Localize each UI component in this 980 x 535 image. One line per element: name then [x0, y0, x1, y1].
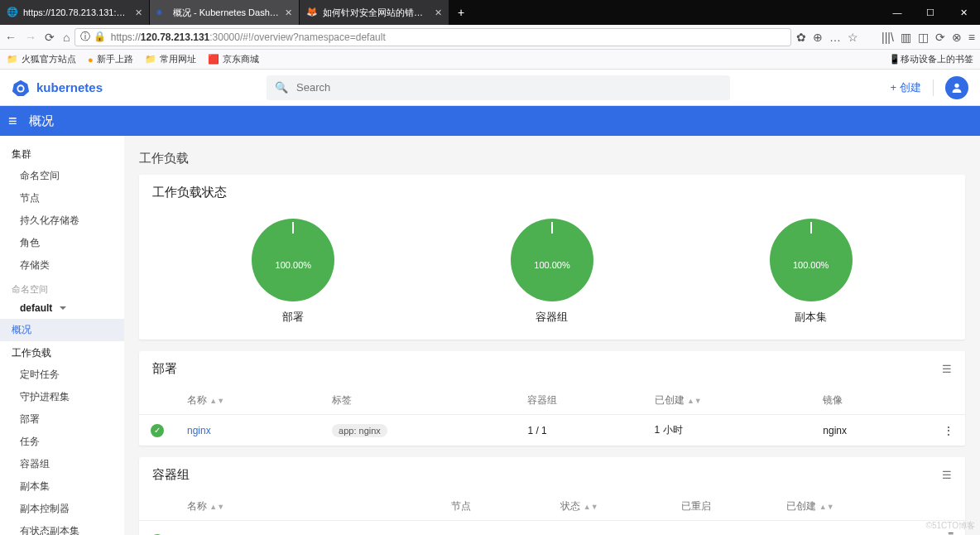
filter-icon[interactable]: ☰ — [942, 469, 952, 481]
extension-icon[interactable]: ⊗ — [952, 31, 962, 44]
window-maximize[interactable]: ☐ — [914, 0, 947, 25]
nav-reload[interactable]: ⟳ — [45, 31, 55, 44]
nav-home[interactable]: ⌂ — [63, 31, 70, 44]
table-row[interactable]: nginx-554b9c67f9-pkmrs k8s002 Running 0 … — [139, 521, 965, 536]
bookmark-star-icon[interactable]: … — [829, 31, 841, 44]
page-titlebar: ≡ 概况 — [0, 106, 980, 136]
sidebar-head-workloads[interactable]: 工作负载 — [0, 341, 124, 364]
col-name[interactable]: 名称 ▲▼ — [175, 493, 440, 521]
donut-pods: 100.00% 容器组 — [511, 219, 593, 325]
col-images[interactable]: 镜像 — [811, 387, 924, 415]
divider — [933, 80, 934, 96]
sidebar-icon[interactable]: |||\ — [882, 31, 894, 44]
browser-chrome: 🌐 https://120.78.213.131:3000 ✕ ⎈ 概况 - K… — [0, 0, 980, 70]
main-content: 工作负载 工作负载状态 100.00% 部署 100.00% 容器组 100.0… — [124, 136, 980, 535]
user-avatar[interactable] — [945, 76, 968, 99]
new-tab-button[interactable]: + — [449, 0, 473, 25]
donut-caption: 副本集 — [795, 310, 827, 325]
window-close[interactable]: ✕ — [947, 0, 980, 25]
sidebar-item-deployments[interactable]: 部署 — [0, 408, 124, 431]
images-value: nginx — [811, 415, 924, 446]
site-icon: 🟥 — [208, 54, 219, 65]
nav-forward[interactable]: → — [25, 31, 36, 44]
app-menu-icon[interactable]: ≡ — [968, 31, 975, 44]
address-bar: ← → ⟳ ⌂ ⓘ 🔒 https://120.78.213.131:30000… — [0, 25, 980, 50]
sidebar-item-pods[interactable]: 容器组 — [0, 453, 124, 475]
sidebar-item-nodes[interactable]: 节点 — [0, 187, 124, 210]
sidebar-item-namespaces[interactable]: 命名空间 — [0, 165, 124, 187]
filter-icon[interactable]: ☰ — [942, 363, 952, 375]
screenshot-icon[interactable]: ◫ — [918, 31, 929, 44]
sidebar-item-statefulsets[interactable]: 有状态副本集 — [0, 520, 124, 535]
mobile-bookmarks[interactable]: 📱移动设备上的书签 — [889, 53, 973, 65]
col-name[interactable]: 名称 ▲▼ — [175, 387, 320, 415]
search-box[interactable]: 🔍 — [267, 75, 730, 100]
security-indicator[interactable]: ⓘ 🔒 — [80, 30, 105, 44]
table-row[interactable]: nginx app: nginx 1 / 1 1 小时 nginx ⋮ — [139, 415, 965, 446]
window-minimize[interactable]: — — [881, 0, 914, 25]
bookmark-item[interactable]: 📁火狐官方站点 — [7, 53, 76, 65]
col-labels[interactable]: 标签 — [320, 387, 516, 415]
sidebar-item-cronjobs[interactable]: 定时任务 — [0, 364, 124, 386]
bookmark-label: 新手上路 — [97, 53, 133, 65]
folder-icon: 📁 — [145, 54, 156, 65]
bookmark-star-icon[interactable]: ☆ — [848, 31, 858, 44]
sidebar-sub-namespace: 命名空间 — [0, 277, 124, 297]
nav-back[interactable]: ← — [5, 31, 17, 44]
url-field[interactable]: ⓘ 🔒 https://120.78.213.131:30000/#!/over… — [74, 28, 791, 46]
bookmark-label: 京东商城 — [223, 53, 259, 65]
donut-chart: 100.00% — [252, 219, 334, 301]
col-status[interactable]: 状态 ▲▼ — [549, 493, 670, 521]
search-input[interactable] — [296, 81, 722, 94]
sidebar-item-pv[interactable]: 持久化存储卷 — [0, 210, 124, 232]
sync-icon[interactable]: ⟳ — [935, 31, 945, 44]
favicon-generic: 🌐 — [7, 7, 18, 18]
create-button[interactable]: + 创建 — [890, 80, 921, 95]
bookmark-item[interactable]: 📁常用网址 — [145, 53, 196, 65]
browser-tab-2[interactable]: 🦊 如何针对安全网站的错误码"SEC_E ✕ — [300, 0, 449, 25]
namespace-selector[interactable]: default — [0, 297, 124, 319]
col-restarts[interactable]: 已重启 — [670, 493, 775, 521]
tab-title: 如何针对安全网站的错误码"SEC_E — [323, 7, 430, 19]
donut-chart: 100.00% — [511, 219, 593, 301]
donut-caption: 容器组 — [536, 310, 568, 325]
col-created[interactable]: 已创建 ▲▼ — [643, 387, 812, 415]
library-icon[interactable]: ▥ — [901, 31, 911, 44]
resource-link[interactable]: nginx — [187, 425, 211, 436]
browser-tab-1[interactable]: ⎈ 概况 - Kubernetes Dashboar ✕ — [150, 0, 299, 25]
sidebar-item-roles[interactable]: 角色 — [0, 232, 124, 254]
card-title: 容器组 — [152, 467, 190, 483]
card-pods: 容器组 ☰ 名称 ▲▼ 节点 状态 ▲▼ 已重启 已创建 ▲▼ nginx-55… — [139, 457, 965, 535]
kubernetes-logo-icon — [12, 79, 30, 97]
sidebar-item-replicationcontrollers[interactable]: 副本控制器 — [0, 498, 124, 520]
person-icon — [950, 81, 963, 94]
donut-deployments: 100.00% 部署 — [252, 219, 334, 325]
brand[interactable]: kubernetes — [12, 79, 103, 97]
kebab-icon[interactable]: ⋮ — [944, 425, 954, 436]
hamburger-icon[interactable]: ≡ — [8, 113, 17, 130]
sidebar-item-jobs[interactable]: 任务 — [0, 431, 124, 453]
page-title: 概况 — [29, 113, 54, 129]
sidebar-item-daemonsets[interactable]: 守护进程集 — [0, 386, 124, 408]
sort-icon: ▲▼ — [209, 503, 224, 511]
col-pods[interactable]: 容器组 — [516, 387, 642, 415]
bookmark-item[interactable]: ●新手上路 — [88, 53, 133, 65]
sidebar-item-storageclass[interactable]: 存储类 — [0, 254, 124, 277]
col-node[interactable]: 节点 — [440, 493, 550, 521]
bookmarks-bar: 📁火狐官方站点 ●新手上路 📁常用网址 🟥京东商城 📱移动设备上的书签 — [0, 50, 980, 70]
sidebar-item-overview[interactable]: 概况 — [0, 319, 124, 341]
bookmark-item[interactable]: 🟥京东商城 — [208, 53, 259, 65]
pods-table: 名称 ▲▼ 节点 状态 ▲▼ 已重启 已创建 ▲▼ nginx-554b9c67… — [139, 493, 965, 535]
reader-icon[interactable]: ⊕ — [813, 31, 823, 44]
tab-close-icon[interactable]: ✕ — [435, 7, 442, 18]
favicon-k8s: ⎈ — [156, 7, 168, 18]
tab-close-icon[interactable]: ✕ — [135, 7, 142, 18]
col-created[interactable]: 已创建 ▲▼ — [775, 493, 915, 521]
addon-icon[interactable]: ✿ — [796, 31, 806, 44]
tab-close-icon[interactable]: ✕ — [285, 7, 292, 18]
browser-tab-0[interactable]: 🌐 https://120.78.213.131:3000 ✕ — [0, 0, 149, 25]
sidebar-item-replicasets[interactable]: 副本集 — [0, 475, 124, 498]
sidebar-head-cluster[interactable]: 集群 — [0, 142, 124, 165]
sort-icon: ▲▼ — [819, 503, 834, 511]
pods-value: 1 / 1 — [516, 415, 642, 446]
